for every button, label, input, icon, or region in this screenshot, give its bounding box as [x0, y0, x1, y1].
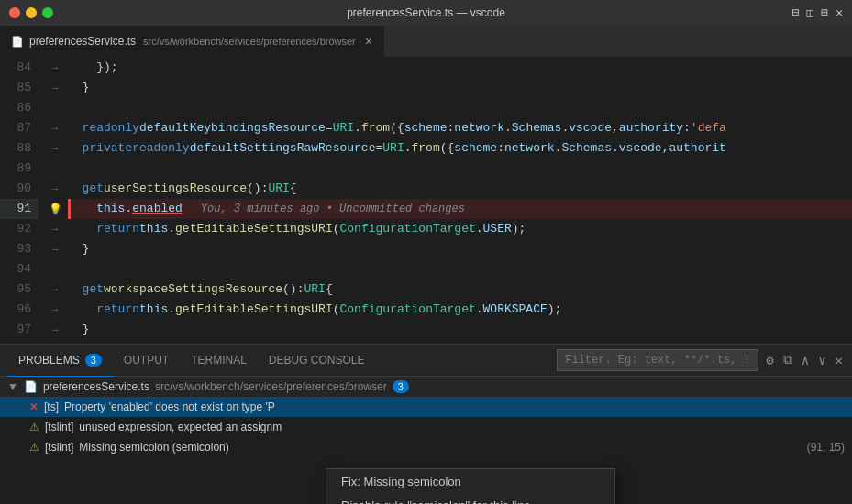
- gutter-98: [46, 340, 64, 344]
- problem-msg-2: Missing semicolon (semicolon): [79, 441, 228, 454]
- copy-icon[interactable]: ⧉: [781, 351, 794, 369]
- line-num-93: 93: [0, 239, 39, 259]
- code-line-93: }: [68, 239, 852, 259]
- terminal-tab[interactable]: TERMINAL: [180, 345, 258, 377]
- gutter-bulb-91: 💡: [46, 199, 64, 219]
- gutter-arrow-88: →: [46, 138, 64, 159]
- gutter-94: [46, 259, 64, 279]
- code-line-84: });: [68, 58, 852, 78]
- output-tab[interactable]: OUTPUT: [113, 345, 180, 377]
- minimize-button[interactable]: [26, 7, 37, 18]
- line-num-91: 91: [0, 199, 39, 219]
- split-editor-icon[interactable]: ⊟: [792, 5, 800, 20]
- gutter-arrow-96: →: [46, 300, 64, 320]
- toggle-sidebar-icon[interactable]: ◫: [807, 5, 814, 20]
- problem-source-2: [tslint]: [45, 441, 73, 454]
- warning-icon-1: ⚠: [29, 421, 39, 433]
- line-num-98: 98: [0, 340, 39, 344]
- problem-msg-1: unused expression, expected an assignm: [79, 421, 282, 433]
- context-menu: Fix: Missing semicolon Disable rule "sem…: [326, 468, 615, 504]
- code-line-97: }: [68, 320, 852, 340]
- gutter-86: [46, 98, 64, 118]
- panel: PROBLEMS 3 OUTPUT TERMINAL DEBUG CONSOLE…: [0, 344, 852, 504]
- terminal-tab-label: TERMINAL: [191, 354, 247, 367]
- line-num-87: 87: [0, 118, 39, 138]
- debug-console-tab-label: DEBUG CONSOLE: [269, 354, 365, 367]
- tab-bar: 📄 preferencesService.ts src/vs/workbench…: [0, 26, 852, 58]
- line-num-89: 89: [0, 159, 39, 179]
- line-numbers: 84 85 86 87 88 89 90 91 92 93 94 95 96 9…: [0, 58, 46, 344]
- problems-tab[interactable]: PROBLEMS 3: [7, 345, 113, 377]
- file-path: src/vs/workbench/services/preferences/br…: [155, 380, 387, 393]
- editor-tab[interactable]: 📄 preferencesService.ts src/vs/workbench…: [0, 25, 384, 57]
- window-title: preferencesService.ts — vscode: [347, 6, 505, 19]
- gutter-arrow-95: →: [46, 279, 64, 300]
- traffic-lights: [9, 7, 53, 18]
- problem-item-1[interactable]: ⚠ [tslint] unused expression, expected a…: [0, 417, 852, 437]
- gutter: → → → → → 💡 → → → → →: [46, 58, 64, 344]
- filter-settings-icon[interactable]: ⚙: [764, 351, 775, 370]
- output-tab-label: OUTPUT: [124, 354, 169, 367]
- menu-item-1[interactable]: Disable rule "semicolon" for this line: [326, 493, 614, 504]
- code-line-89: [68, 159, 852, 179]
- code-line-95: get workspaceSettingsResource(): URI {: [68, 279, 852, 300]
- file-icon: 📄: [11, 36, 24, 48]
- line-num-88: 88: [0, 138, 39, 159]
- problem-item-2[interactable]: ⚠ [tslint] Missing semicolon (semicolon)…: [0, 437, 852, 457]
- problems-badge: 3: [85, 354, 102, 367]
- code-line-92: return this.getEditableSettingsURI(Confi…: [68, 219, 852, 239]
- gutter-arrow-92: →: [46, 219, 64, 239]
- panel-file-header: ▼ 📄 preferencesService.ts src/vs/workben…: [0, 377, 852, 397]
- close-panel-icon[interactable]: ✕: [834, 351, 845, 370]
- more-icon[interactable]: ⊞: [821, 5, 828, 20]
- problem-source-1: [tslint]: [45, 421, 73, 433]
- gutter-arrow-84: →: [46, 58, 64, 78]
- gutter-arrow-93: →: [46, 239, 64, 259]
- gutter-arrow-90: →: [46, 179, 64, 199]
- code-line-85: }: [68, 78, 852, 98]
- code-line-98: [68, 340, 852, 344]
- tab-close-button[interactable]: ×: [365, 34, 372, 49]
- problem-source-0: [ts]: [44, 400, 59, 413]
- code-line-90: get userSettingsResource(): URI {: [68, 179, 852, 199]
- code-line-86: [68, 98, 852, 118]
- tab-label: preferencesService.ts: [29, 35, 136, 48]
- panel-filter-group: ⚙ ⧉ ∧ ∨ ✕: [557, 349, 845, 371]
- gutter-arrow-85: →: [46, 78, 64, 98]
- line-num-94: 94: [0, 259, 39, 279]
- close-editor-icon[interactable]: ✕: [835, 5, 843, 20]
- line-num-92: 92: [0, 219, 39, 239]
- menu-item-0[interactable]: Fix: Missing semicolon: [326, 469, 614, 493]
- line-num-86: 86: [0, 98, 39, 118]
- panel-tab-group: PROBLEMS 3 OUTPUT TERMINAL DEBUG CONSOLE: [7, 345, 376, 377]
- git-annotation: You, 3 minutes ago • Uncommitted changes: [201, 199, 465, 219]
- error-border: [68, 199, 71, 219]
- file-name: preferencesService.ts: [43, 380, 149, 393]
- gutter-arrow-97: →: [46, 320, 64, 340]
- debug-console-tab[interactable]: DEBUG CONSOLE: [258, 345, 376, 377]
- code-area[interactable]: }); } readonly defaultKeybindingsResourc…: [64, 58, 852, 344]
- filter-input[interactable]: [557, 349, 758, 371]
- gutter-arrow-87: →: [46, 118, 64, 138]
- file-problems-badge: 3: [393, 380, 409, 393]
- chevron-down-icon[interactable]: ∨: [816, 351, 827, 370]
- code-line-96: return this.getEditableSettingsURI(Confi…: [68, 300, 852, 320]
- line-num-96: 96: [0, 300, 39, 320]
- line-num-85: 85: [0, 78, 39, 98]
- panel-tabs: PROBLEMS 3 OUTPUT TERMINAL DEBUG CONSOLE…: [0, 345, 852, 377]
- line-num-84: 84: [0, 58, 39, 78]
- problem-msg-0: Property 'enabled' does not exist on typ…: [64, 400, 275, 413]
- file-icon: 📄: [24, 380, 38, 393]
- line-num-90: 90: [0, 179, 39, 199]
- code-line-94: [68, 259, 852, 279]
- line-num-97: 97: [0, 320, 39, 340]
- chevron-up-icon[interactable]: ∧: [800, 351, 811, 370]
- error-icon-0: ✕: [29, 400, 39, 413]
- problems-tab-label: PROBLEMS: [18, 354, 80, 367]
- line-num-95: 95: [0, 279, 39, 300]
- maximize-button[interactable]: [42, 7, 53, 18]
- close-button[interactable]: [9, 7, 20, 18]
- problem-item-0[interactable]: ✕ [ts] Property 'enabled' does not exist…: [0, 397, 852, 417]
- warning-icon-2: ⚠: [29, 441, 39, 454]
- gutter-89: [46, 159, 64, 179]
